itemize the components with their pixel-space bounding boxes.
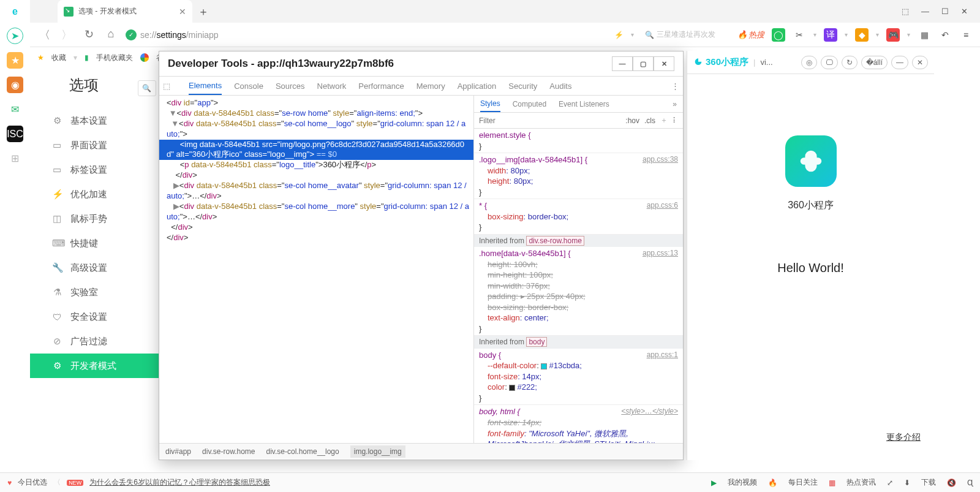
mute-icon[interactable]: 🔇 — [947, 479, 956, 487]
tab-sources[interactable]: Sources — [276, 81, 305, 91]
compass-icon[interactable]: ➤ — [7, 28, 23, 44]
wifi-icon[interactable]: Ɋ — [967, 479, 973, 487]
news-headline[interactable]: 为什么会丢失6岁以前的记忆？心理学家的答案细思恐极 — [89, 477, 270, 488]
search-box[interactable]: 🔍 三星堆遗址再次发 — [641, 28, 730, 42]
maximize-button[interactable]: ☐ — [941, 7, 949, 16]
sidebar-item-ui[interactable]: ▭界面设置 — [30, 133, 159, 157]
sidebar-item-gesture[interactable]: ◫鼠标手势 — [30, 206, 159, 231]
sidebar-item-lab[interactable]: ⚗实验室 — [30, 280, 159, 305]
styles-tab[interactable]: Styles — [480, 99, 500, 112]
tab-audits[interactable]: Audits — [549, 81, 571, 91]
minimize-button[interactable]: — — [921, 7, 929, 16]
scissors-icon[interactable]: ✂ — [793, 28, 806, 42]
daily-link[interactable]: 每日关注 — [788, 477, 818, 488]
mail-icon[interactable]: ✉ — [7, 101, 23, 118]
video-icon[interactable]: ▶ — [711, 479, 717, 487]
styles-more-icon[interactable]: » — [673, 100, 677, 108]
add-rule-icon[interactable]: ＋ — [660, 115, 668, 126]
browser-tabbar: ✕ 选项 - 开发者模式 ✕ ＋ ⬚ — ☐ ✕ — [30, 0, 980, 23]
menu-icon[interactable]: ≡ — [959, 28, 973, 42]
sidebar-item-security[interactable]: 🛡安全设置 — [30, 305, 159, 329]
translate-icon[interactable]: 译 — [824, 28, 837, 42]
hot-search-button[interactable]: 🔥热搜 — [737, 29, 764, 40]
settings-search[interactable]: 🔍 — [138, 80, 156, 96]
devtools-minimize[interactable]: — — [612, 56, 633, 71]
bc-item[interactable]: div.se-row.home — [202, 447, 255, 456]
devtools-maximize[interactable]: ▢ — [633, 56, 654, 71]
settings-title: 选项 — [30, 73, 138, 97]
miniapp-refresh-icon[interactable]: ↻ — [842, 56, 858, 69]
sidebar-item-basic[interactable]: ⚙基本设置 — [30, 108, 159, 133]
favorites-label[interactable]: 收藏 — [51, 53, 66, 63]
tab-elements[interactable]: Elements — [189, 81, 222, 95]
apps-icon[interactable]: ⊞ — [7, 150, 23, 167]
styles-filter-input[interactable] — [479, 116, 620, 125]
forward-button[interactable]: 〉 — [59, 28, 74, 42]
new-tab-button[interactable]: ＋ — [192, 0, 214, 23]
mobile-bookmarks[interactable]: 手机收藏夹 — [96, 53, 133, 63]
isc-icon[interactable]: ISC — [7, 126, 23, 142]
miniapp-target-icon[interactable]: ◎ — [801, 56, 817, 69]
styles-menu-icon[interactable]: ⠇ — [673, 116, 678, 125]
game-icon[interactable]: 🎮 — [886, 28, 900, 42]
home-button[interactable]: ⌂ — [104, 28, 118, 42]
tab-memory[interactable]: Memory — [417, 81, 445, 91]
sidebar-item-optimize[interactable]: ⚡优化加速 — [30, 182, 159, 206]
cls-toggle[interactable]: .cls — [644, 116, 655, 125]
sidebar-item-shortcut[interactable]: ⌨快捷键 — [30, 231, 159, 255]
close-window-button[interactable]: ✕ — [961, 7, 968, 16]
my-video-link[interactable]: 我的视频 — [728, 477, 757, 488]
expand-icon[interactable]: ⤢ — [887, 479, 893, 487]
tab-console[interactable]: Console — [234, 81, 263, 91]
styles-rules[interactable]: element.style {} app.css:38.logo__img[da… — [474, 129, 683, 443]
miniapp-more-link[interactable]: 更多介绍 — [886, 432, 921, 443]
bolt-icon[interactable]: ⚡ — [614, 31, 624, 39]
tab-performance[interactable]: Performance — [358, 81, 404, 91]
grid-icon[interactable]: ▦ — [918, 28, 931, 42]
computed-tab[interactable]: Computed — [513, 100, 546, 108]
devtools-titlebar: Developer Tools - app://qh13waury22p7m8b… — [159, 51, 683, 76]
tab-network[interactable]: Network — [317, 81, 347, 91]
download-icon[interactable]: ⬇ — [904, 479, 910, 487]
dom-selected-node[interactable]: <img data-v-584e45b1 src="img/logo.png?6… — [159, 140, 473, 161]
browser-tab[interactable]: 选项 - 开发者模式 ✕ — [58, 0, 192, 23]
shield-icon[interactable]: ◆ — [855, 28, 869, 42]
miniapp-hello: Hello World! — [777, 261, 844, 275]
dom-breadcrumb[interactable]: div#app div.se-row.home div.se-col.home_… — [159, 443, 683, 459]
listeners-tab[interactable]: Event Listeners — [559, 100, 609, 108]
download-link[interactable]: 下载 — [921, 477, 936, 488]
url-dropdown-icon[interactable]: ▾ — [631, 31, 634, 38]
bc-item[interactable]: div#app — [165, 447, 191, 456]
tab-security[interactable]: Security — [508, 81, 537, 91]
sidebar-item-tabs[interactable]: ▭标签设置 — [30, 157, 159, 182]
tab-application[interactable]: Application — [458, 81, 497, 91]
sidebar-item-developer[interactable]: ⚙开发者模式 — [30, 354, 159, 378]
miniapp-close[interactable]: ✕ — [912, 56, 928, 69]
hov-toggle[interactable]: :hov — [625, 116, 639, 125]
back-button[interactable]: 〈 — [37, 28, 52, 42]
inspect-icon[interactable]: ⬚ — [163, 81, 176, 91]
tab-close-icon[interactable]: ✕ — [179, 7, 186, 17]
today-label[interactable]: 今日优选 — [18, 477, 47, 488]
undo-icon[interactable]: ↶ — [938, 28, 952, 42]
miniapp-minimize[interactable]: — — [891, 56, 908, 69]
dom-tree[interactable]: <div id="app"> ▼<div data-v-584e45b1 cla… — [159, 96, 474, 443]
sidebar-item-adblock[interactable]: ⊘广告过滤 — [30, 329, 159, 354]
star-icon[interactable]: ★ — [7, 52, 23, 69]
bc-item-active[interactable]: img.logo__img — [350, 445, 405, 458]
hotinfo-link[interactable]: 热点资讯 — [846, 477, 876, 488]
url-field[interactable]: ✓ se://settings/miniapp — [126, 26, 536, 44]
weibo-icon[interactable]: ◉ — [7, 77, 23, 93]
reload-button[interactable]: ↻ — [81, 28, 96, 42]
miniapp-monitor-icon[interactable]: 🖵 — [821, 56, 838, 69]
pin-icon[interactable]: ⬚ — [902, 7, 909, 16]
bc-item[interactable]: div.se-col.home__logo — [266, 447, 339, 456]
sidebar-item-advanced[interactable]: 🔧高级设置 — [30, 255, 159, 280]
devtools-close[interactable]: ✕ — [654, 56, 674, 71]
favorites-icon[interactable]: ★ — [37, 53, 44, 62]
miniapp-settings-icon[interactable]: �állí — [861, 56, 888, 69]
heart-icon[interactable]: ♥ — [7, 479, 12, 487]
browser-logo-icon[interactable]: e — [7, 3, 23, 20]
devtools-more-icon[interactable]: ⋮ — [671, 81, 679, 91]
toolbar-circle-icon[interactable]: ◯ — [772, 28, 785, 42]
